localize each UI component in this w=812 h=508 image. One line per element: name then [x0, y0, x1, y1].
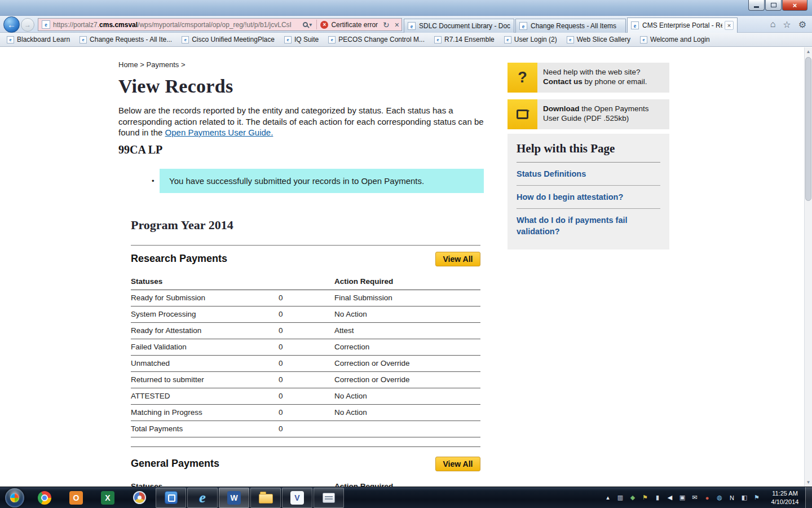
close-icon: ×	[793, 1, 797, 10]
action-required-header: Action Required	[334, 277, 480, 286]
clock-date: 4/10/2014	[767, 498, 803, 506]
taskbar-excel[interactable]: X	[92, 488, 123, 508]
stop-icon[interactable]: ×	[395, 20, 399, 29]
favorite-item[interactable]: eR7.14 Ensemble	[434, 36, 495, 43]
view-all-button[interactable]: View All	[435, 457, 480, 471]
tab-sdlc-document-library[interactable]: e SDLC Document Library - Doc...	[404, 19, 514, 33]
home-icon[interactable]: ⌂	[770, 19, 776, 30]
help-link[interactable]: Status Definitions	[517, 163, 660, 186]
view-all-button[interactable]: View All	[435, 252, 480, 266]
taskbar-clock[interactable]: 11:25 AM 4/10/2014	[767, 489, 803, 506]
download-guide-box[interactable]: → Download the Open Payments User Guide …	[508, 99, 669, 129]
tab-cms-enterprise-portal[interactable]: e CMS Enterprise Portal - Reg... ×	[627, 17, 738, 33]
taskbar-paint[interactable]	[124, 488, 155, 508]
gear-icon[interactable]: ⚙	[798, 19, 806, 30]
maximize-button[interactable]	[765, 0, 782, 11]
scroll-down-icon[interactable]: ▼	[805, 478, 812, 487]
tab-change-requests[interactable]: e Change Requests - All Items	[515, 19, 626, 33]
contact-help-box[interactable]: ? Need help with the web site? Contact u…	[508, 63, 669, 93]
taskbar-outlook[interactable]: O	[61, 488, 91, 508]
tray-alert-icon[interactable]: ●	[703, 494, 712, 501]
scrollbar-thumb[interactable]	[805, 57, 811, 201]
tray-message-icon[interactable]: ✉	[690, 494, 699, 501]
start-button[interactable]	[5, 488, 24, 507]
url-text[interactable]: https://portalz7.cms.cmsval/wps/myportal…	[53, 21, 299, 29]
address-separator	[316, 20, 317, 29]
scroll-up-icon[interactable]: ▲	[805, 47, 812, 56]
favorite-item[interactable]: eCisco Unified MeetingPlace	[182, 36, 275, 43]
minimize-button[interactable]	[748, 0, 765, 11]
minimize-icon	[754, 6, 759, 8]
status-count: 0	[279, 294, 334, 302]
success-message: • You have successfully submitted your r…	[160, 169, 484, 193]
page-scrollbar[interactable]: ▲ ▼	[804, 47, 812, 487]
status-row: ATTESTED0No Action	[131, 388, 480, 405]
search-icon[interactable]	[303, 22, 308, 27]
status-action: Attest	[334, 326, 480, 335]
favorite-label: User Login (2)	[514, 36, 557, 43]
taskbar-internet-explorer[interactable]: e	[187, 488, 218, 508]
status-action: No Action	[334, 310, 480, 318]
favorite-item[interactable]: eChange Requests - All Ite...	[80, 36, 172, 43]
tray-volume-icon[interactable]: ◀	[665, 494, 674, 501]
statuses-header: Statuses	[131, 482, 279, 487]
breadcrumb-payments[interactable]: Payments	[147, 60, 179, 69]
window-title-bar: ×	[0, 0, 812, 16]
tray-clipboard-icon[interactable]: ▣	[678, 494, 687, 501]
tray-sync-icon[interactable]: ◍	[715, 494, 724, 501]
tray-shield-icon[interactable]: ◆	[628, 494, 637, 501]
chevron-down-icon[interactable]: ▾	[309, 21, 312, 28]
address-bar[interactable]: e https://portalz7.cms.cmsval/wps/myport…	[38, 18, 402, 31]
help-link[interactable]: How do I begin attestation?	[517, 186, 660, 209]
status-count: 0	[279, 424, 334, 433]
favorite-item[interactable]: eIQ Suite	[284, 36, 319, 43]
taskbar-chrome[interactable]	[29, 488, 60, 508]
certificate-error-label[interactable]: Certificate error	[331, 21, 378, 29]
show-desktop-button[interactable]	[805, 487, 812, 508]
certificate-error-icon[interactable]: ×	[320, 21, 328, 29]
help-with-page-box: Help with this Page Status DefinitionsHo…	[508, 134, 669, 249]
page-title: View Records	[118, 76, 484, 97]
refresh-icon[interactable]: ↻	[383, 20, 390, 29]
status-label: Total Payments	[131, 424, 279, 433]
tray-show-hidden-icons[interactable]: ▴	[603, 494, 612, 501]
favorite-item[interactable]: eBlackboard Learn	[7, 36, 70, 43]
close-button[interactable]: ×	[782, 0, 807, 11]
tray-app-icon[interactable]: ◧	[740, 494, 749, 501]
taskbar-outlook-glyph: O	[69, 491, 83, 505]
forward-button[interactable]: →	[21, 18, 34, 32]
table-end-line	[131, 437, 480, 447]
status-count: 0	[279, 326, 334, 335]
help-link[interactable]: What do I do if payments fail validation…	[517, 209, 660, 243]
tray-n-icon[interactable]: N	[727, 494, 736, 501]
tab-close-icon[interactable]: ×	[725, 21, 734, 30]
taskbar-chrome-glyph	[38, 491, 51, 505]
favorite-item[interactable]: eUser Login (2)	[504, 36, 557, 43]
tray-signal-icon[interactable]: ⚑	[641, 494, 650, 501]
status-row: Unmatched0Correction or Override	[131, 356, 480, 372]
favorite-item[interactable]: eWeb Slice Gallery	[567, 36, 630, 43]
user-guide-link[interactable]: Open Payments User Guide.	[165, 128, 273, 137]
taskbar-explorer-folder[interactable]	[250, 488, 281, 508]
tray-network-icon[interactable]: ▥	[616, 494, 625, 501]
favorite-item[interactable]: ePECOS Change Control M...	[328, 36, 425, 43]
taskbar-notepad[interactable]	[314, 488, 344, 508]
tray-flag-icon[interactable]: ⚑	[752, 494, 761, 501]
breadcrumb-home[interactable]: Home	[118, 60, 138, 69]
section-title: Research Payments	[131, 253, 227, 265]
favorite-item[interactable]: eWelcome and Login	[640, 36, 710, 43]
system-tray: ▴▥◆⚑▮◀▣✉●◍N◧⚑	[603, 494, 761, 501]
taskbar-communicator[interactable]	[156, 488, 186, 508]
favorites-bar: eBlackboard LearneChange Requests - All …	[0, 33, 812, 47]
favorites-star-icon[interactable]: ☆	[783, 19, 791, 30]
status-row: Ready for Attestation0Attest	[131, 323, 480, 339]
status-row: Total Payments0	[131, 421, 480, 437]
status-action: No Action	[334, 408, 480, 417]
taskbar-visio[interactable]: V	[282, 488, 312, 508]
intro-paragraph: Below are the records reported by the en…	[118, 105, 484, 138]
taskbar-paint-glyph	[133, 491, 146, 504]
tray-battery-icon[interactable]: ▮	[653, 494, 662, 501]
taskbar-word[interactable]: W	[219, 488, 249, 508]
back-button[interactable]: ←	[3, 16, 20, 33]
table-header-row: StatusesAction Required	[131, 479, 480, 487]
